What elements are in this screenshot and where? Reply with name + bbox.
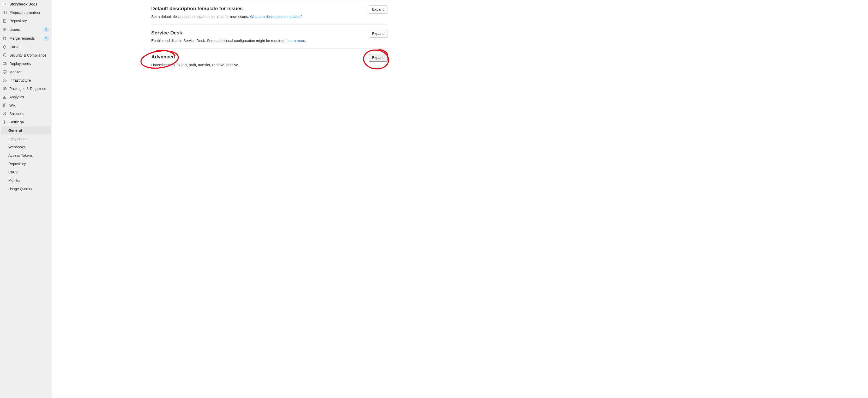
sidebar-item-label: Infrastructure <box>9 78 49 83</box>
sub-item-monitor[interactable]: Monitor <box>0 176 52 185</box>
sidebar-item-merge-requests[interactable]: Merge requests 0 <box>0 34 52 43</box>
sidebar-item-label: Snippets <box>9 112 49 116</box>
section-service-desk: Service Desk Enable and disable Service … <box>151 25 388 49</box>
sidebar-item-repository[interactable]: Repository <box>0 17 52 25</box>
svg-rect-9 <box>3 71 6 73</box>
sidebar-item-label: Security & Compliance <box>9 53 49 57</box>
sidebar-item-settings[interactable]: Settings <box>0 118 52 126</box>
expand-button[interactable]: Expand <box>369 30 388 38</box>
main-content: Default description template for issues … <box>52 0 868 398</box>
learn-more-link[interactable]: Learn more <box>286 39 305 43</box>
project-title: Storybook Docs <box>9 2 37 6</box>
sidebar-item-label: Project information <box>9 10 49 14</box>
merge-requests-badge: 0 <box>43 36 49 41</box>
sidebar-item-monitor[interactable]: Monitor <box>0 68 52 76</box>
sub-item-integrations[interactable]: Integrations <box>0 134 52 143</box>
sidebar-item-label: Settings <box>9 120 49 124</box>
sidebar-item-cicd[interactable]: CI/CD <box>0 43 52 51</box>
project-info-icon <box>3 10 7 14</box>
svg-rect-0 <box>3 11 4 14</box>
section-desc-suffix: . <box>305 39 306 43</box>
sidebar-item-label: Issues <box>9 27 41 32</box>
issues-badge: 0 <box>43 27 49 32</box>
section-title: Service Desk <box>151 30 306 36</box>
section-description: Housekeeping, export, path, transfer, re… <box>151 62 239 68</box>
section-desc-text: Housekeeping, export, path, transfer, re… <box>151 63 239 67</box>
deployments-icon <box>3 62 7 66</box>
svg-rect-2 <box>3 19 6 23</box>
sub-item-webhooks[interactable]: Webhooks <box>0 143 52 151</box>
sidebar-item-label: Wiki <box>9 103 49 108</box>
sidebar-item-security[interactable]: Security & Compliance <box>0 51 52 59</box>
analytics-icon <box>3 95 7 99</box>
section-description: Set a default description template to be… <box>151 14 302 20</box>
section-desc-text: Set a default description template to be… <box>151 14 250 19</box>
svg-point-14 <box>4 122 5 123</box>
svg-point-10 <box>4 80 5 81</box>
merge-requests-icon <box>3 36 7 40</box>
svg-point-7 <box>5 39 6 40</box>
svg-point-12 <box>3 115 4 115</box>
sidebar-item-deployments[interactable]: Deployments <box>0 59 52 68</box>
sidebar-item-label: Packages & Registries <box>9 87 49 91</box>
section-title: Advanced <box>151 54 239 60</box>
packages-icon <box>3 87 7 91</box>
repository-icon <box>3 19 7 23</box>
sidebar-item-label: Deployments <box>9 62 49 66</box>
sidebar-item-label: Repository <box>9 19 49 23</box>
sidebar-item-infrastructure[interactable]: Infrastructure <box>0 76 52 85</box>
sub-item-repository[interactable]: Repository <box>0 160 52 168</box>
snippets-icon <box>3 112 7 116</box>
issues-icon <box>3 27 7 32</box>
sidebar-item-label: Merge requests <box>9 36 41 40</box>
infrastructure-icon <box>3 78 7 83</box>
svg-point-13 <box>5 115 6 115</box>
sub-item-cicd[interactable]: CI/CD <box>0 168 52 176</box>
section-desc-text: Enable and disable Service Desk. Some ad… <box>151 39 286 43</box>
sidebar-item-label: CI/CD <box>9 45 49 49</box>
svg-rect-1 <box>5 11 6 14</box>
svg-point-6 <box>3 39 4 40</box>
shield-icon <box>3 53 7 57</box>
sidebar-item-project-information[interactable]: Project information <box>0 8 52 17</box>
sidebar: S Storybook Docs Project information Rep… <box>0 0 52 398</box>
wiki-icon <box>3 103 7 108</box>
section-issue-template: Default description template for issues … <box>151 0 388 25</box>
sidebar-item-analytics[interactable]: Analytics <box>0 93 52 101</box>
section-title: Default description template for issues <box>151 5 302 12</box>
settings-icon <box>3 120 7 124</box>
sidebar-item-packages[interactable]: Packages & Registries <box>0 85 52 93</box>
cicd-icon <box>3 45 7 49</box>
sidebar-item-label: Analytics <box>9 95 49 99</box>
project-header[interactable]: S Storybook Docs <box>0 0 52 8</box>
expand-button[interactable]: Expand <box>369 5 388 13</box>
sidebar-item-snippets[interactable]: Snippets <box>0 110 52 118</box>
settings-subnav: General Integrations Webhooks Access Tok… <box>0 126 52 193</box>
sub-item-general[interactable]: General <box>1 126 51 134</box>
description-templates-link[interactable]: What are description templates? <box>250 14 302 19</box>
section-advanced: Advanced Housekeeping, export, path, tra… <box>151 49 388 72</box>
monitor-icon <box>3 70 7 74</box>
svg-point-5 <box>3 37 4 38</box>
sub-item-access-tokens[interactable]: Access Tokens <box>0 151 52 160</box>
sidebar-item-label: Monitor <box>9 70 49 74</box>
section-description: Enable and disable Service Desk. Some ad… <box>151 38 306 43</box>
sub-item-usage-quotas[interactable]: Usage Quotas <box>0 185 52 193</box>
project-avatar: S <box>2 2 7 7</box>
sidebar-item-issues[interactable]: Issues 0 <box>0 25 52 34</box>
expand-button[interactable]: Expand <box>369 54 388 62</box>
sidebar-item-wiki[interactable]: Wiki <box>0 101 52 110</box>
